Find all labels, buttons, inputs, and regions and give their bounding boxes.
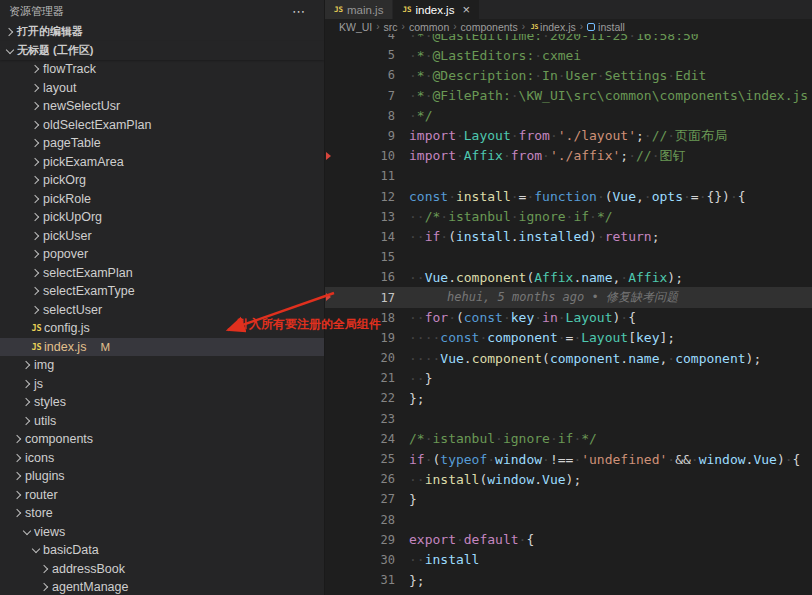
file-tree: flowTracklayoutnewSelectUsroldSelectExam… — [0, 60, 324, 595]
code-line-24[interactable]: 24/*·istanbul·ignore·if·*/ — [325, 429, 812, 449]
breadcrumb-item-kw_ui[interactable]: KW_UI — [339, 21, 372, 33]
tree-item-pickrole[interactable]: pickRole — [0, 190, 324, 209]
line-number: 25 — [325, 452, 395, 466]
tree-item-label: agentManage — [52, 580, 128, 594]
code-text: if·(typeof·window·!==·'undefined'·&&·win… — [409, 452, 800, 467]
breadcrumb-item-index-js[interactable]: JSindex.js — [529, 21, 576, 33]
tree-item-flowtrack[interactable]: flowTrack — [0, 60, 324, 79]
open-editors-label: 打开的编辑器 — [17, 24, 83, 39]
code-line-21[interactable]: 21··} — [325, 368, 812, 388]
tree-item-img[interactable]: img — [0, 356, 324, 375]
tree-item-oldselectexamplan[interactable]: oldSelectExamPlan — [0, 116, 324, 135]
code-line-13[interactable]: 13··/*·istanbul·ignore·if·*/ — [325, 207, 812, 227]
tree-item-config-js[interactable]: JSconfig.js — [0, 319, 324, 338]
breadcrumb: KW_UI›src›common›components›JSindex.js›i… — [325, 19, 812, 34]
more-actions-icon[interactable]: ⋯ — [292, 4, 306, 19]
tree-item-layout[interactable]: layout — [0, 79, 324, 98]
chevron-right-icon — [29, 229, 43, 243]
code-line-7[interactable]: 7·*·@FilePath:·\KW_UI\src\common\compone… — [325, 86, 812, 106]
code-line-15[interactable]: 15 — [325, 247, 812, 267]
tree-item-pickuporg[interactable]: pickUpOrg — [0, 208, 324, 227]
tree-item-label: plugins — [25, 469, 65, 483]
code-text: ··} — [409, 371, 432, 386]
tree-item-addressbook[interactable]: addressBook — [0, 560, 324, 579]
code-line-17[interactable]: 17hehui, 5 months ago • 修复缺考问题 — [325, 287, 812, 307]
tree-item-selectexamtype[interactable]: selectExamType — [0, 282, 324, 301]
code-line-28[interactable]: 28 — [325, 510, 812, 530]
code-line-23[interactable]: 23 — [325, 409, 812, 429]
tab-label: index.js — [415, 4, 454, 16]
code-line-9[interactable]: 9import·Layout·from·'./layout';·//·页面布局 — [325, 126, 812, 146]
explorer-sidebar: 资源管理器 ⋯ 打开的编辑器 无标题 (工作区) flowTracklayout… — [0, 0, 325, 595]
code-line-12[interactable]: 12const·install·=·function·(Vue,·opts·=·… — [325, 187, 812, 207]
code-line-8[interactable]: 8·*/ — [325, 106, 812, 126]
line-number: 22 — [325, 391, 395, 405]
tree-item-index-js[interactable]: JSindex.jsM — [0, 338, 324, 357]
tree-item-styles[interactable]: styles — [0, 393, 324, 412]
breadcrumb-item-install[interactable]: install — [587, 21, 625, 33]
code-line-20[interactable]: 20····Vue.component(component.name,·comp… — [325, 348, 812, 368]
line-number: 16 — [325, 270, 395, 284]
tree-item-utils[interactable]: utils — [0, 412, 324, 431]
tree-item-js[interactable]: js — [0, 375, 324, 394]
code-line-11[interactable]: 11 — [325, 166, 812, 186]
code-line-29[interactable]: 29export·default·{ — [325, 530, 812, 550]
code-text: ··/*·istanbul·ignore·if·*/ — [409, 209, 613, 224]
chevron-right-icon — [29, 155, 43, 169]
workspace-header[interactable]: 无标题 (工作区) — [0, 41, 324, 60]
tree-item-views[interactable]: views — [0, 523, 324, 542]
tab-main-js[interactable]: JSmain.js — [325, 0, 392, 19]
code-line-19[interactable]: 19····const·component·=·Layout[key]; — [325, 328, 812, 348]
line-number: 24 — [325, 432, 395, 446]
code-text: import·Affix·from·'./affix';·//·图钉 — [409, 147, 686, 165]
code-text: /*·istanbul·ignore·if·*/ — [409, 431, 597, 446]
code-line-10[interactable]: 10import·Affix·from·'./affix';·//·图钉 — [325, 146, 812, 166]
open-editors-header[interactable]: 打开的编辑器 — [0, 22, 324, 41]
tab-label: main.js — [347, 4, 383, 16]
tree-item-pagetable[interactable]: pageTable — [0, 134, 324, 153]
tree-item-popover[interactable]: popover — [0, 245, 324, 264]
chevron-right-icon — [29, 303, 43, 317]
tree-item-label: icons — [25, 451, 54, 465]
code-text: } — [409, 492, 417, 507]
sidebar-title: 资源管理器 — [9, 4, 64, 19]
code-line-5[interactable]: 5·*·@LastEditors:·cxmei — [325, 45, 812, 65]
tree-item-selectexamplan[interactable]: selectExamPlan — [0, 264, 324, 283]
tree-item-icons[interactable]: icons — [0, 449, 324, 468]
git-deleted-marker[interactable] — [326, 293, 331, 301]
code-line-6[interactable]: 6·*·@Description:·In·User·Settings·Edit — [325, 65, 812, 85]
code-line-22[interactable]: 22}; — [325, 388, 812, 408]
tree-item-router[interactable]: router — [0, 486, 324, 505]
code-line-30[interactable]: 30··install — [325, 550, 812, 570]
code-line-16[interactable]: 16··Vue.component(Affix.name,·Affix); — [325, 267, 812, 287]
code-line-14[interactable]: 14··if·(install.installed)·return; — [325, 227, 812, 247]
code-line-4[interactable]: 4·*·@LastEditTime:·2020-11-25·16:58:50 — [325, 34, 812, 45]
code-editor[interactable]: 4·*·@LastEditTime:·2020-11-25·16:58:505·… — [325, 34, 812, 595]
git-deleted-marker[interactable] — [326, 152, 331, 160]
tree-item-components[interactable]: components — [0, 430, 324, 449]
code-line-31[interactable]: 31}; — [325, 570, 812, 590]
tree-item-store[interactable]: store — [0, 504, 324, 523]
tree-item-label: pickUser — [43, 229, 92, 243]
code-line-27[interactable]: 27} — [325, 489, 812, 509]
tree-item-selectuser[interactable]: selectUser — [0, 301, 324, 320]
breadcrumb-item-src[interactable]: src — [384, 21, 398, 33]
code-line-26[interactable]: 26··install(window.Vue); — [325, 469, 812, 489]
tree-item-agentmanage[interactable]: agentManage — [0, 578, 324, 595]
close-icon[interactable]: × — [462, 3, 470, 16]
tree-item-label: views — [34, 525, 65, 539]
tree-item-label: router — [25, 488, 58, 502]
chevron-down-icon — [29, 543, 43, 557]
code-line-18[interactable]: 18··for·(const·key·in·Layout)·{ — [325, 308, 812, 328]
tree-item-pickorg[interactable]: pickOrg — [0, 171, 324, 190]
tree-item-basicdata[interactable]: basicData — [0, 541, 324, 560]
tree-item-pickuser[interactable]: pickUser — [0, 227, 324, 246]
breadcrumb-item-components[interactable]: components — [461, 21, 518, 33]
tab-index-js[interactable]: JSindex.js× — [393, 0, 479, 19]
code-line-25[interactable]: 25if·(typeof·window·!==·'undefined'·&&·w… — [325, 449, 812, 469]
tree-item-pickexamarea[interactable]: pickExamArea — [0, 153, 324, 172]
tree-item-plugins[interactable]: plugins — [0, 467, 324, 486]
breadcrumb-item-common[interactable]: common — [409, 21, 449, 33]
js-file-icon: JS — [529, 23, 540, 31]
tree-item-newselectusr[interactable]: newSelectUsr — [0, 97, 324, 116]
